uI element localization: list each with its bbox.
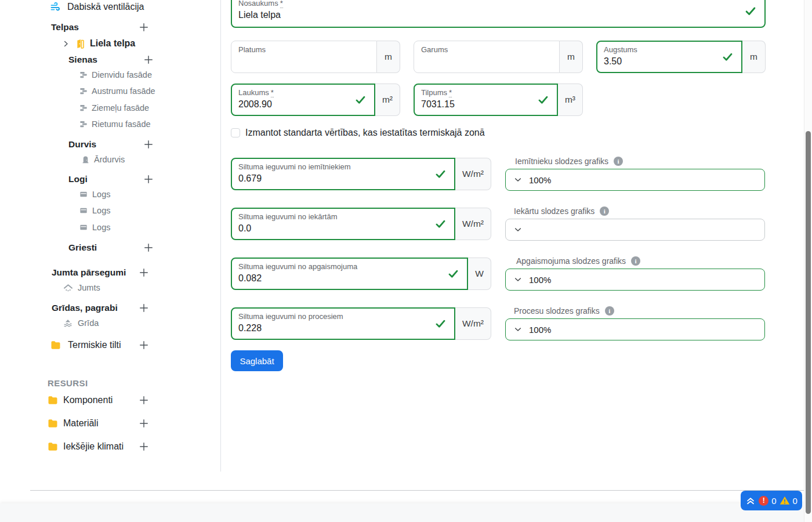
resource-label: Iekšējie klimati	[63, 441, 124, 452]
volume-field-group: Tilpums* m³	[414, 84, 583, 116]
width-field[interactable]: Platums	[231, 41, 377, 73]
lighting-gains-field[interactable]: Siltuma ieguvumi no apgaismojuma	[231, 258, 468, 290]
sidebar-item-termiskie-tilti[interactable]: Termiskie tilti	[50, 338, 121, 352]
folder-icon	[47, 394, 59, 406]
lighting-schedule-select[interactable]: 100%	[505, 269, 765, 291]
process-gains-field[interactable]: Siltuma ieguvumi no procesiem	[231, 307, 455, 340]
add-termiskie-button[interactable]	[137, 338, 151, 352]
sidebar-section-logi[interactable]: Logi	[68, 172, 88, 186]
sidebar-item-komponenti[interactable]: Komponenti	[47, 393, 113, 407]
scrollbar-thumb[interactable]	[806, 131, 811, 514]
sidebar-item-floor[interactable]: Grīda	[63, 316, 99, 330]
wind-icon	[50, 1, 61, 13]
sidebar-section-sienas[interactable]: Sienas	[68, 53, 97, 67]
selected-value: 100%	[529, 175, 551, 185]
sidebar-item-natural-ventilation[interactable]: Dabiskā ventilācija	[50, 0, 144, 14]
plus-icon	[138, 21, 150, 33]
sidebar-item-materiali[interactable]: Materiāli	[47, 416, 98, 430]
add-durvis-button[interactable]	[142, 137, 155, 151]
selected-value: 100%	[529, 325, 551, 335]
sidebar-item-wall[interactable]: Rietumu fasāde	[79, 117, 151, 131]
process-schedule-select[interactable]: 100%	[505, 318, 765, 340]
occupant-schedule-label: Iemītnieku slodzes grafiks i	[515, 157, 623, 166]
sidebar-item-wall[interactable]: Dienvidu fasāde	[79, 68, 152, 82]
validation-status-pill[interactable]: ! 0 0	[741, 491, 802, 510]
schedule-label-text: Procesu slodzes grafiks	[514, 306, 600, 316]
add-grida-button[interactable]	[137, 301, 151, 315]
field-label: Laukums*	[238, 88, 349, 97]
checkbox-label: Izmantot standarta vērtības, kas iestatī…	[245, 128, 485, 138]
sidebar-item-window[interactable]: Logs	[79, 204, 110, 217]
sidebar-section-jumta-parsegumi[interactable]: Jumta pārsegumi	[52, 266, 126, 280]
equipment-schedule-select[interactable]	[505, 219, 765, 241]
add-klimats-button[interactable]	[137, 440, 151, 454]
add-logs-button[interactable]	[142, 172, 155, 186]
add-siena-button[interactable]	[142, 53, 155, 67]
valid-check-icon	[447, 268, 459, 280]
add-materials-button[interactable]	[137, 416, 151, 430]
occupant-gains-input[interactable]	[238, 172, 429, 185]
add-griesti-button[interactable]	[142, 241, 155, 255]
door-icon	[81, 155, 90, 164]
height-input[interactable]	[604, 55, 716, 68]
wall-icon	[79, 103, 88, 113]
volume-input[interactable]	[421, 97, 532, 111]
section-title: Griesti	[68, 242, 97, 253]
process-gains-input[interactable]	[238, 321, 429, 335]
sidebar-item-door[interactable]: Ārdurvis	[81, 153, 125, 166]
equipment-schedule-label: Iekārtu slodzes grafiks i	[514, 206, 609, 216]
chevron-down-icon	[513, 325, 523, 334]
use-standard-values-checkbox[interactable]	[231, 128, 240, 137]
unit-suffix: W/m²	[455, 307, 491, 340]
sidebar-section-griesti[interactable]: Griesti	[68, 241, 97, 255]
area-input[interactable]	[238, 97, 349, 111]
info-icon[interactable]: i	[631, 256, 640, 266]
info-icon[interactable]: i	[614, 157, 623, 166]
sidebar-item-window[interactable]: Logs	[79, 220, 110, 234]
vertical-scrollbar[interactable]	[804, 0, 812, 522]
sidebar-item-roof[interactable]: Jumts	[63, 281, 100, 295]
lighting-gains-input[interactable]	[238, 271, 442, 285]
area-field[interactable]: Laukums*	[231, 84, 375, 116]
add-telpa-button[interactable]	[137, 20, 151, 34]
plus-icon	[138, 267, 150, 278]
length-field[interactable]: Garums	[414, 41, 560, 73]
sidebar-item-liela-telpa[interactable]: Liela telpa	[61, 37, 135, 50]
info-icon[interactable]: i	[600, 206, 609, 216]
warning-icon	[780, 495, 790, 506]
name-input[interactable]	[238, 8, 740, 21]
field-label: Siltuma ieguvumi no iemītniekiem	[238, 162, 429, 172]
height-field[interactable]: Augstums	[596, 41, 742, 73]
sidebar-item-ieksejie-klimati[interactable]: Iekšējie klimati	[47, 440, 124, 454]
width-input[interactable]	[238, 55, 369, 68]
add-jumts-button[interactable]	[137, 266, 151, 280]
length-input[interactable]	[421, 55, 552, 68]
sidebar-item-window[interactable]: Logs	[79, 187, 110, 201]
door-label: Ārdurvis	[94, 155, 125, 164]
occupant-schedule-select[interactable]: 100%	[505, 169, 765, 191]
name-field[interactable]: Nosaukums*	[231, 0, 766, 28]
floor-label: Grīda	[78, 318, 99, 328]
sidebar-section-gridas-pagrabi[interactable]: Grīdas, pagrabi	[52, 301, 118, 315]
add-komponents-button[interactable]	[137, 393, 151, 407]
info-icon[interactable]: i	[605, 306, 614, 316]
save-button[interactable]: Saglabāt	[231, 350, 283, 371]
occupant-gains-field[interactable]: Siltuma ieguvumi no iemītniekiem	[231, 158, 455, 190]
lighting-gains-group: Siltuma ieguvumi no apgaismojuma W	[231, 258, 491, 290]
sidebar-section-durvis[interactable]: Durvis	[68, 137, 96, 151]
volume-field[interactable]: Tilpums*	[414, 84, 558, 116]
wall-label: Ziemeļu fasāde	[92, 103, 149, 113]
resources-title: RESURSI	[48, 378, 88, 388]
equipment-gains-field[interactable]: Siltuma ieguvumi no iekārtām	[231, 208, 455, 240]
sidebar-section-telpas[interactable]: Telpas	[51, 20, 79, 34]
schedule-label-text: Iemītnieku slodzes grafiks	[515, 157, 608, 166]
length-field-group: Garums m	[414, 41, 583, 73]
sidebar-item-wall[interactable]: Ziemeļu fasāde	[79, 101, 149, 115]
chevron-right-icon	[61, 39, 70, 48]
sidebar-item-wall[interactable]: Austrumu fasāde	[79, 84, 155, 98]
unit-suffix: W/m²	[455, 158, 491, 190]
roof-icon	[63, 282, 74, 293]
window-label: Logs	[92, 223, 110, 232]
folder-label: Termiskie tilti	[68, 340, 121, 350]
equipment-gains-input[interactable]	[238, 222, 429, 235]
